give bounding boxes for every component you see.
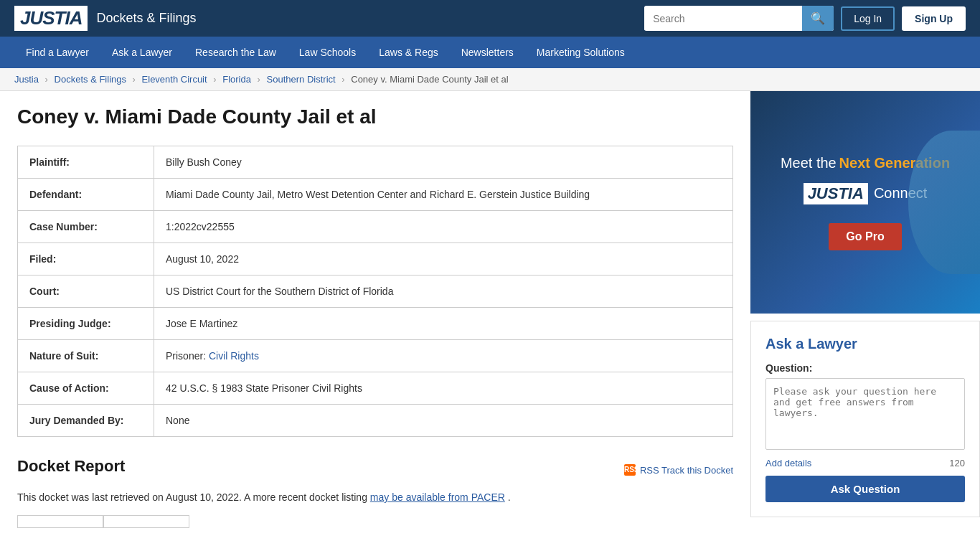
field-label-nature: Nature of Suit:	[18, 340, 154, 372]
breadcrumb-dockets[interactable]: Dockets & Filings	[55, 74, 126, 85]
add-details-link[interactable]: Add details	[765, 458, 811, 468]
search-button[interactable]: 🔍	[802, 6, 834, 31]
field-label-cause: Cause of Action:	[18, 372, 154, 405]
ask-lawyer-title: Ask a Lawyer	[765, 336, 965, 352]
breadcrumb-sep-1: ›	[45, 74, 48, 85]
table-row: Case Number: 1:2022cv22555	[18, 211, 733, 243]
table-row: Jury Demanded By: None	[18, 405, 733, 437]
case-title: Coney v. Miami Dade County Jail et al	[17, 105, 733, 128]
ask-footer: Add details 120	[765, 458, 965, 468]
field-label-case-number: Case Number:	[18, 211, 154, 243]
breadcrumb-sep-2: ›	[133, 74, 136, 85]
rss-track-link[interactable]: RSS RSS Track this Docket	[624, 464, 733, 476]
nav-law-schools[interactable]: Law Schools	[288, 37, 367, 68]
table-row: Presiding Judge: Jose E Martinez	[18, 308, 733, 340]
nav-newsletters[interactable]: Newsletters	[450, 37, 525, 68]
nav-marketing[interactable]: Marketing Solutions	[525, 37, 636, 68]
sidebar: Meet the Next Generation JUSTIA Connect …	[750, 91, 980, 542]
ad-justia-logo: JUSTIA Connect	[804, 183, 928, 204]
table-row: Cause of Action: 42 U.S.C. § 1983 State …	[18, 372, 733, 405]
docket-description: This docket was last retrieved on August…	[17, 490, 733, 505]
field-label-jury: Jury Demanded By:	[18, 405, 154, 437]
breadcrumb-sep-4: ›	[258, 74, 260, 85]
login-button[interactable]: Log In	[841, 6, 895, 31]
main-nav: Find a Lawyer Ask a Lawyer Research the …	[0, 37, 980, 68]
nav-research-law[interactable]: Research the Law	[184, 37, 288, 68]
breadcrumb-southern-district[interactable]: Southern District	[267, 74, 336, 85]
rss-icon: RSS	[624, 464, 636, 476]
ask-question-textarea[interactable]	[765, 378, 965, 450]
logo-area: JUSTIA Dockets & Filings	[14, 6, 197, 31]
ad-meet-text: Meet the Next Generation	[781, 155, 950, 171]
table-row: Court: US District Court for the Souther…	[18, 276, 733, 308]
civil-rights-link[interactable]: Civil Rights	[209, 350, 259, 362]
field-label-filed: Filed:	[18, 243, 154, 276]
main-content: Coney v. Miami Dade County Jail et al Pl…	[0, 91, 750, 542]
docket-desc-pre: This docket was last retrieved on August…	[17, 491, 367, 503]
pacer-link[interactable]: may be available from PACER	[370, 491, 505, 503]
field-value-filed: August 10, 2022	[154, 243, 733, 276]
header-right: 🔍 Log In Sign Up	[644, 6, 966, 31]
bottom-table-row	[17, 515, 733, 528]
ask-lawyer-widget: Ask a Lawyer Question: Add details 120 A…	[750, 321, 980, 517]
nav-laws-regs[interactable]: Laws & Regs	[367, 37, 449, 68]
signup-button[interactable]: Sign Up	[902, 6, 966, 31]
field-label-defendant: Defendant:	[18, 179, 154, 211]
ask-question-label: Question:	[765, 362, 965, 374]
table-row: Defendant: Miami Dade County Jail, Metro…	[18, 179, 733, 211]
table-row: Plaintiff: Billy Bush Coney	[18, 146, 733, 179]
bottom-cell-1	[17, 515, 103, 528]
field-value-jury: None	[154, 405, 733, 437]
breadcrumb: Justia › Dockets & Filings › Eleventh Ci…	[0, 68, 980, 91]
field-value-plaintiff: Billy Bush Coney	[154, 146, 733, 179]
case-info-table: Plaintiff: Billy Bush Coney Defendant: M…	[17, 146, 733, 437]
breadcrumb-sep-5: ›	[341, 74, 344, 85]
page-body: Coney v. Miami Dade County Jail et al Pl…	[0, 91, 980, 542]
field-label-judge: Presiding Judge:	[18, 308, 154, 340]
field-value-defendant: Miami Dade County Jail, Metro West Deten…	[154, 179, 733, 211]
justia-logo: JUSTIA	[14, 6, 88, 31]
field-value-nature: Prisoner: Civil Rights	[154, 340, 733, 372]
docket-heading: Docket Report	[17, 457, 125, 476]
ad-meet-label: Meet the	[781, 155, 837, 171]
field-value-judge: Jose E Martinez	[154, 308, 733, 340]
field-label-plaintiff: Plaintiff:	[18, 146, 154, 179]
search-input[interactable]	[644, 7, 802, 30]
breadcrumb-florida[interactable]: Florida	[222, 74, 251, 85]
nav-ask-lawyer[interactable]: Ask a Lawyer	[100, 37, 184, 68]
top-header: JUSTIA Dockets & Filings 🔍 Log In Sign U…	[0, 0, 980, 37]
field-value-case-number: 1:2022cv22555	[154, 211, 733, 243]
field-value-cause: 42 U.S.C. § 1983 State Prisoner Civil Ri…	[154, 372, 733, 405]
ask-question-button[interactable]: Ask Question	[765, 476, 965, 502]
field-value-court: US District Court for the Southern Distr…	[154, 276, 733, 308]
ad-next-gen-label: Next Generation	[839, 155, 950, 171]
site-subtitle: Dockets & Filings	[96, 11, 196, 26]
ad-connect-text: Connect	[874, 185, 928, 202]
nav-find-lawyer[interactable]: Find a Lawyer	[14, 37, 100, 68]
breadcrumb-current: Coney v. Miami Dade County Jail et al	[351, 74, 508, 85]
table-row: Filed: August 10, 2022	[18, 243, 733, 276]
go-pro-button[interactable]: Go Pro	[829, 223, 901, 250]
breadcrumb-eleventh-circuit[interactable]: Eleventh Circuit	[142, 74, 207, 85]
table-row: Nature of Suit: Prisoner: Civil Rights	[18, 340, 733, 372]
bottom-cell-2	[103, 515, 189, 528]
docket-desc-post: .	[508, 491, 511, 503]
search-box: 🔍	[644, 6, 834, 31]
ad-justia-name: JUSTIA	[804, 183, 868, 204]
rss-label: RSS Track this Docket	[640, 465, 733, 476]
breadcrumb-sep-3: ›	[213, 74, 216, 85]
char-count: 120	[949, 458, 965, 468]
docket-header-row: Docket Report RSS RSS Track this Docket	[17, 457, 733, 483]
breadcrumb-justia[interactable]: Justia	[14, 74, 39, 85]
field-label-court: Court:	[18, 276, 154, 308]
sidebar-ad: Meet the Next Generation JUSTIA Connect …	[750, 91, 980, 314]
